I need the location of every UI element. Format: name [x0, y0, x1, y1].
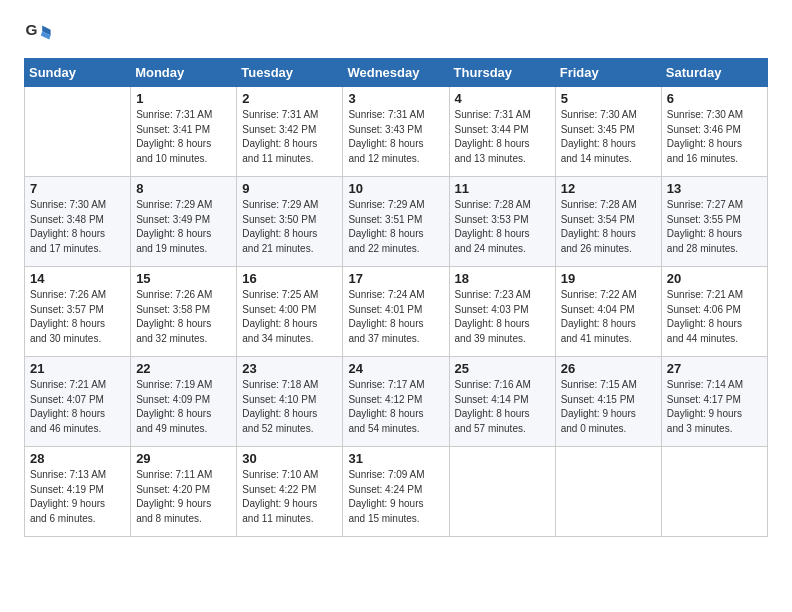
day-detail: Sunrise: 7:16 AM Sunset: 4:14 PM Dayligh…	[455, 378, 550, 436]
day-number: 27	[667, 361, 762, 376]
calendar-cell: 31Sunrise: 7:09 AM Sunset: 4:24 PM Dayli…	[343, 447, 449, 537]
calendar-cell: 18Sunrise: 7:23 AM Sunset: 4:03 PM Dayli…	[449, 267, 555, 357]
day-detail: Sunrise: 7:22 AM Sunset: 4:04 PM Dayligh…	[561, 288, 656, 346]
day-detail: Sunrise: 7:21 AM Sunset: 4:07 PM Dayligh…	[30, 378, 125, 436]
calendar-cell: 13Sunrise: 7:27 AM Sunset: 3:55 PM Dayli…	[661, 177, 767, 267]
column-header-friday: Friday	[555, 59, 661, 87]
calendar-cell: 24Sunrise: 7:17 AM Sunset: 4:12 PM Dayli…	[343, 357, 449, 447]
calendar-cell: 3Sunrise: 7:31 AM Sunset: 3:43 PM Daylig…	[343, 87, 449, 177]
calendar-cell: 10Sunrise: 7:29 AM Sunset: 3:51 PM Dayli…	[343, 177, 449, 267]
day-detail: Sunrise: 7:18 AM Sunset: 4:10 PM Dayligh…	[242, 378, 337, 436]
calendar-cell: 21Sunrise: 7:21 AM Sunset: 4:07 PM Dayli…	[25, 357, 131, 447]
day-number: 20	[667, 271, 762, 286]
calendar-cell: 30Sunrise: 7:10 AM Sunset: 4:22 PM Dayli…	[237, 447, 343, 537]
day-number: 9	[242, 181, 337, 196]
calendar-cell: 5Sunrise: 7:30 AM Sunset: 3:45 PM Daylig…	[555, 87, 661, 177]
calendar-body: 1Sunrise: 7:31 AM Sunset: 3:41 PM Daylig…	[25, 87, 768, 537]
calendar-cell: 6Sunrise: 7:30 AM Sunset: 3:46 PM Daylig…	[661, 87, 767, 177]
calendar-cell: 2Sunrise: 7:31 AM Sunset: 3:42 PM Daylig…	[237, 87, 343, 177]
day-number: 31	[348, 451, 443, 466]
calendar-cell: 16Sunrise: 7:25 AM Sunset: 4:00 PM Dayli…	[237, 267, 343, 357]
day-detail: Sunrise: 7:30 AM Sunset: 3:48 PM Dayligh…	[30, 198, 125, 256]
calendar-cell: 20Sunrise: 7:21 AM Sunset: 4:06 PM Dayli…	[661, 267, 767, 357]
day-detail: Sunrise: 7:30 AM Sunset: 3:45 PM Dayligh…	[561, 108, 656, 166]
day-detail: Sunrise: 7:11 AM Sunset: 4:20 PM Dayligh…	[136, 468, 231, 526]
calendar-week-row: 21Sunrise: 7:21 AM Sunset: 4:07 PM Dayli…	[25, 357, 768, 447]
day-number: 29	[136, 451, 231, 466]
calendar-cell: 14Sunrise: 7:26 AM Sunset: 3:57 PM Dayli…	[25, 267, 131, 357]
calendar-cell: 12Sunrise: 7:28 AM Sunset: 3:54 PM Dayli…	[555, 177, 661, 267]
day-number: 26	[561, 361, 656, 376]
day-detail: Sunrise: 7:28 AM Sunset: 3:54 PM Dayligh…	[561, 198, 656, 256]
day-detail: Sunrise: 7:24 AM Sunset: 4:01 PM Dayligh…	[348, 288, 443, 346]
calendar-cell: 17Sunrise: 7:24 AM Sunset: 4:01 PM Dayli…	[343, 267, 449, 357]
calendar-week-row: 14Sunrise: 7:26 AM Sunset: 3:57 PM Dayli…	[25, 267, 768, 357]
day-detail: Sunrise: 7:29 AM Sunset: 3:50 PM Dayligh…	[242, 198, 337, 256]
day-detail: Sunrise: 7:31 AM Sunset: 3:42 PM Dayligh…	[242, 108, 337, 166]
day-number: 14	[30, 271, 125, 286]
day-number: 21	[30, 361, 125, 376]
day-detail: Sunrise: 7:31 AM Sunset: 3:44 PM Dayligh…	[455, 108, 550, 166]
calendar-cell	[555, 447, 661, 537]
day-detail: Sunrise: 7:09 AM Sunset: 4:24 PM Dayligh…	[348, 468, 443, 526]
day-detail: Sunrise: 7:26 AM Sunset: 3:57 PM Dayligh…	[30, 288, 125, 346]
calendar-cell: 19Sunrise: 7:22 AM Sunset: 4:04 PM Dayli…	[555, 267, 661, 357]
calendar-week-row: 28Sunrise: 7:13 AM Sunset: 4:19 PM Dayli…	[25, 447, 768, 537]
calendar-table: SundayMondayTuesdayWednesdayThursdayFrid…	[24, 58, 768, 537]
svg-text:G: G	[25, 21, 37, 38]
day-number: 23	[242, 361, 337, 376]
calendar-cell: 26Sunrise: 7:15 AM Sunset: 4:15 PM Dayli…	[555, 357, 661, 447]
day-detail: Sunrise: 7:15 AM Sunset: 4:15 PM Dayligh…	[561, 378, 656, 436]
day-number: 15	[136, 271, 231, 286]
column-header-tuesday: Tuesday	[237, 59, 343, 87]
day-detail: Sunrise: 7:30 AM Sunset: 3:46 PM Dayligh…	[667, 108, 762, 166]
day-number: 3	[348, 91, 443, 106]
calendar-header-row: SundayMondayTuesdayWednesdayThursdayFrid…	[25, 59, 768, 87]
day-number: 5	[561, 91, 656, 106]
day-number: 22	[136, 361, 231, 376]
calendar-week-row: 7Sunrise: 7:30 AM Sunset: 3:48 PM Daylig…	[25, 177, 768, 267]
day-number: 13	[667, 181, 762, 196]
day-detail: Sunrise: 7:31 AM Sunset: 3:43 PM Dayligh…	[348, 108, 443, 166]
calendar-week-row: 1Sunrise: 7:31 AM Sunset: 3:41 PM Daylig…	[25, 87, 768, 177]
calendar-cell	[661, 447, 767, 537]
day-number: 11	[455, 181, 550, 196]
day-number: 24	[348, 361, 443, 376]
logo: G	[24, 20, 56, 48]
logo-icon: G	[24, 20, 52, 48]
day-number: 10	[348, 181, 443, 196]
calendar-cell: 25Sunrise: 7:16 AM Sunset: 4:14 PM Dayli…	[449, 357, 555, 447]
day-detail: Sunrise: 7:10 AM Sunset: 4:22 PM Dayligh…	[242, 468, 337, 526]
day-detail: Sunrise: 7:17 AM Sunset: 4:12 PM Dayligh…	[348, 378, 443, 436]
day-number: 16	[242, 271, 337, 286]
calendar-cell: 4Sunrise: 7:31 AM Sunset: 3:44 PM Daylig…	[449, 87, 555, 177]
calendar-cell: 23Sunrise: 7:18 AM Sunset: 4:10 PM Dayli…	[237, 357, 343, 447]
column-header-saturday: Saturday	[661, 59, 767, 87]
day-number: 12	[561, 181, 656, 196]
day-detail: Sunrise: 7:27 AM Sunset: 3:55 PM Dayligh…	[667, 198, 762, 256]
calendar-cell: 9Sunrise: 7:29 AM Sunset: 3:50 PM Daylig…	[237, 177, 343, 267]
day-number: 6	[667, 91, 762, 106]
day-detail: Sunrise: 7:19 AM Sunset: 4:09 PM Dayligh…	[136, 378, 231, 436]
column-header-thursday: Thursday	[449, 59, 555, 87]
day-detail: Sunrise: 7:29 AM Sunset: 3:51 PM Dayligh…	[348, 198, 443, 256]
day-number: 18	[455, 271, 550, 286]
day-detail: Sunrise: 7:23 AM Sunset: 4:03 PM Dayligh…	[455, 288, 550, 346]
calendar-cell: 15Sunrise: 7:26 AM Sunset: 3:58 PM Dayli…	[131, 267, 237, 357]
calendar-cell	[25, 87, 131, 177]
day-detail: Sunrise: 7:13 AM Sunset: 4:19 PM Dayligh…	[30, 468, 125, 526]
calendar-cell: 28Sunrise: 7:13 AM Sunset: 4:19 PM Dayli…	[25, 447, 131, 537]
calendar-cell: 27Sunrise: 7:14 AM Sunset: 4:17 PM Dayli…	[661, 357, 767, 447]
day-detail: Sunrise: 7:28 AM Sunset: 3:53 PM Dayligh…	[455, 198, 550, 256]
day-number: 30	[242, 451, 337, 466]
column-header-wednesday: Wednesday	[343, 59, 449, 87]
day-detail: Sunrise: 7:21 AM Sunset: 4:06 PM Dayligh…	[667, 288, 762, 346]
day-detail: Sunrise: 7:26 AM Sunset: 3:58 PM Dayligh…	[136, 288, 231, 346]
day-number: 17	[348, 271, 443, 286]
page-header: G	[24, 20, 768, 48]
calendar-cell: 22Sunrise: 7:19 AM Sunset: 4:09 PM Dayli…	[131, 357, 237, 447]
day-number: 28	[30, 451, 125, 466]
day-number: 19	[561, 271, 656, 286]
calendar-cell: 8Sunrise: 7:29 AM Sunset: 3:49 PM Daylig…	[131, 177, 237, 267]
day-number: 2	[242, 91, 337, 106]
